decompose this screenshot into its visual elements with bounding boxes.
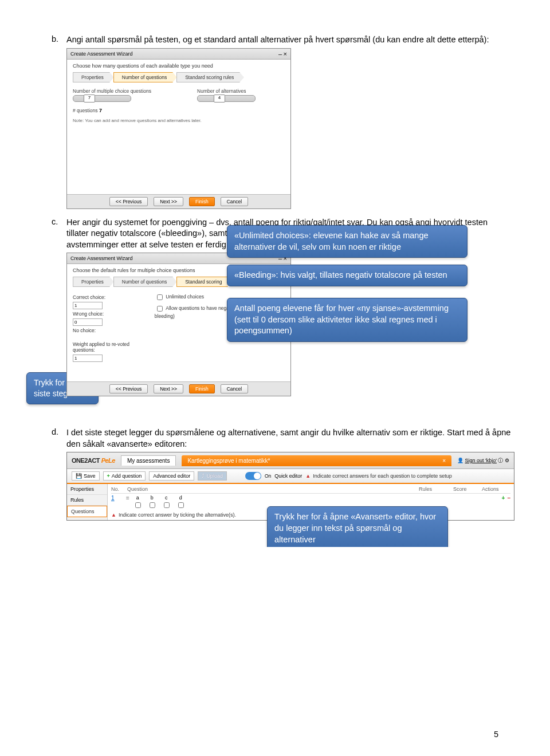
quick-editor-toggle[interactable]	[245, 472, 261, 480]
info-icon[interactable]: ⓘ	[498, 458, 503, 463]
callout-bleeding: «Bleeding»: hvis valgt, tillates negativ…	[227, 265, 467, 286]
advanced-editor-button[interactable]: Advanced editor	[149, 471, 194, 481]
alt-d-label: d	[179, 495, 182, 501]
callout-weight: Antall poeng elevene får for hver «ny sj…	[227, 298, 467, 342]
next-button[interactable]: Next >>	[154, 384, 183, 393]
tick-note: Indicate correct answer by ticking the a…	[119, 512, 236, 518]
unlimited-choices-checkbox[interactable]	[157, 294, 163, 300]
next-button[interactable]: Next >>	[154, 197, 183, 206]
warning-icon: ▲	[111, 512, 116, 518]
step-scoring-rules[interactable]: Standard scoring rules	[176, 72, 240, 82]
alt-count-label: Number of alternatives	[197, 88, 256, 94]
close-icon[interactable]: ×	[284, 50, 287, 57]
step-properties[interactable]: Properties	[73, 72, 110, 82]
drag-handle-icon[interactable]: ≡	[126, 495, 129, 501]
step-number-of-questions[interactable]: Number of questions	[113, 72, 173, 82]
save-icon: 💾	[76, 473, 82, 479]
save-button[interactable]: 💾Save	[72, 471, 100, 481]
minimize-icon[interactable]: –	[278, 50, 282, 57]
alt-b-label: b	[151, 495, 154, 501]
list-d-text: I det siste steget legger du spørsmålene…	[66, 427, 514, 450]
finish-button[interactable]: Finish	[189, 384, 215, 393]
list-item-c: c. Her angir du systemet for poenggiving…	[52, 217, 498, 401]
callout-unlimited: «Unlimited choices»: elevene kan hake av…	[227, 225, 467, 258]
weight-input[interactable]	[73, 355, 103, 362]
step-scoring-rules[interactable]: Standard scoring	[176, 277, 228, 287]
wizard-title: Create Assessment Wizard	[70, 255, 133, 261]
list-item-b: b. Angi antall spørsmål på testen, og et…	[52, 34, 498, 214]
col-actions: Actions	[482, 486, 510, 492]
step-number-of-questions[interactable]: Number of questions	[113, 277, 173, 287]
finish-button[interactable]: Finish	[189, 197, 215, 206]
callout-advanced-editor: Trykk her for å åpne «Avansert» editor, …	[267, 506, 448, 547]
mcq-count-slider[interactable]: 7	[73, 95, 131, 102]
cancel-button[interactable]: Cancel	[221, 197, 248, 206]
add-alt-icon[interactable]: +	[502, 495, 505, 501]
col-no: No.	[111, 486, 127, 492]
alt-a-checkbox[interactable]	[135, 502, 141, 508]
slider-knob[interactable]: 7	[84, 94, 95, 103]
col-score: Score	[453, 486, 482, 492]
gear-icon[interactable]: ⚙	[505, 458, 509, 463]
list-marker: d.	[52, 427, 66, 521]
question-number[interactable]: 1	[111, 495, 123, 501]
wizard-note: Note: You can add and remove questions a…	[73, 118, 285, 123]
step-properties[interactable]: Properties	[73, 277, 110, 287]
add-question-button[interactable]: +Add question	[103, 471, 146, 481]
upload-icon: ⤴	[202, 473, 205, 479]
quick-editor-label: Quick editor	[274, 473, 302, 479]
list-marker: b.	[52, 34, 66, 214]
remove-alt-icon[interactable]: –	[507, 495, 510, 501]
assessment-title: Kartleggingsprøve i matematikk*	[187, 458, 270, 464]
correct-choice-label: Correct choice:	[73, 294, 147, 300]
col-question: Question	[127, 486, 419, 492]
previous-button[interactable]: << Previous	[109, 384, 148, 393]
alt-b-checkbox[interactable]	[150, 502, 155, 508]
unlimited-choices-label: Unlimited choices	[166, 294, 204, 300]
close-tab-icon[interactable]: ×	[442, 458, 446, 464]
signout-link[interactable]: Sign out 'kbjo'	[465, 458, 496, 463]
slider-knob[interactable]: 4	[214, 94, 225, 103]
warning-icon: ▲	[305, 473, 311, 479]
alt-count-slider[interactable]: 4	[197, 95, 256, 102]
alt-d-checkbox[interactable]	[178, 502, 184, 508]
wizard-title: Create Assessment Wizard	[70, 51, 133, 57]
previous-button[interactable]: << Previous	[109, 197, 148, 206]
assessment-tab[interactable]: Kartleggingsprøve i matematikk* ×	[182, 455, 451, 466]
user-icon: 👤	[457, 458, 463, 463]
side-questions[interactable]: Questions	[67, 506, 107, 517]
weight-label: Weight applied to re-voted questions:	[73, 341, 147, 353]
side-properties[interactable]: Properties	[67, 484, 107, 495]
brand-logo: ONE2ACT PeLe	[72, 457, 115, 464]
list-item-d: d. I det siste steget legger du spørsmål…	[52, 427, 498, 521]
correct-choice-input[interactable]	[73, 302, 103, 309]
cancel-button[interactable]: Cancel	[221, 384, 248, 393]
toggle-on-label: On	[265, 473, 271, 479]
question-count-value: 7	[99, 108, 102, 113]
setup-warning: ▲Indicate correct answers for each quest…	[305, 473, 452, 479]
wizard-number-of-questions: Create Assessment Wizard – × Choose how …	[66, 48, 291, 209]
wrong-choice-label: Wrong choice:	[73, 311, 147, 317]
plus-icon: +	[107, 473, 110, 479]
allow-bleeding-checkbox[interactable]	[157, 306, 163, 312]
alt-c-checkbox[interactable]	[164, 502, 170, 508]
upload-button[interactable]: ⤴Upload	[198, 471, 227, 481]
alt-a-label: a	[136, 495, 139, 501]
wrong-choice-input[interactable]	[73, 318, 103, 326]
col-rules: Rules	[419, 486, 453, 492]
list-b-text: Angi antall spørsmål på testen, og et st…	[66, 34, 498, 46]
no-choice-label: No choice:	[73, 328, 147, 333]
wizard-subtitle: Choose how many questions of each availa…	[73, 63, 285, 69]
alt-c-label: c	[165, 495, 168, 501]
side-rules[interactable]: Rules	[67, 495, 107, 506]
my-assessments-tab[interactable]: My assessments	[121, 455, 176, 466]
mcq-count-label: Number of multiple choice questions	[73, 88, 151, 94]
question-count-label: # questions	[73, 108, 97, 113]
